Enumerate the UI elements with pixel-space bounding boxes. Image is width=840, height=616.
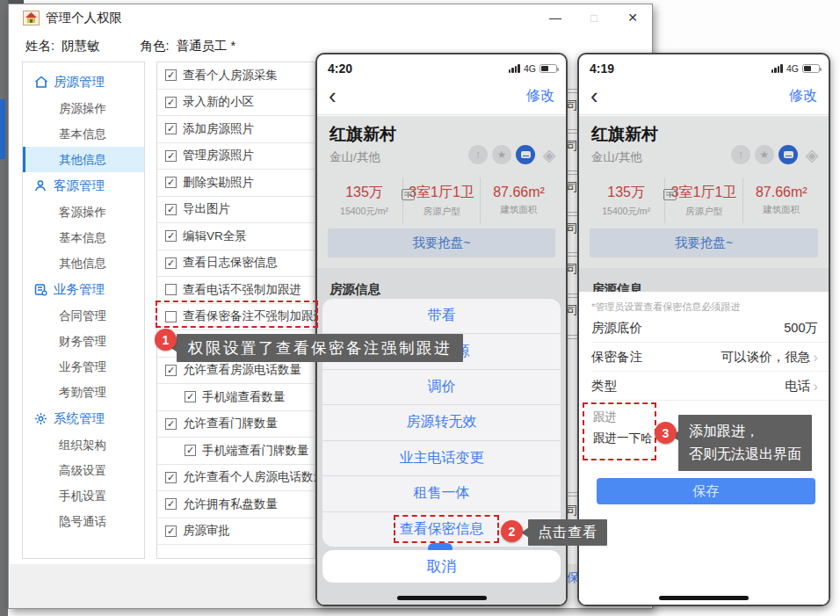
permission-row[interactable]: 查看电话不强制加跟进 [157,277,315,304]
permission-row[interactable]: ✓录入新的小区 [157,90,315,117]
permission-label: 导出图片 [183,201,230,217]
checkbox-checked[interactable]: ✓ [165,525,177,537]
checkbox-checked[interactable]: ✓ [165,150,177,162]
checkbox-checked[interactable]: ✓ [165,204,177,215]
sidebar-item[interactable]: 客源操作 [23,199,144,225]
permission-row[interactable]: ✓允许查看个人房源电话数量 [157,465,315,492]
sidebar-item[interactable]: 合同管理 [23,303,144,329]
back-icon[interactable]: ‹ [590,82,598,110]
permission-row[interactable]: ✓编辑VR全景 [157,223,315,250]
minimize-button[interactable]: — [536,4,575,31]
permission-row[interactable]: ✓添加房源照片 [157,116,315,143]
close-button[interactable]: ✕ [613,4,652,31]
permission-row[interactable]: ✓查看个人房源采集 [157,62,315,90]
back-icon[interactable]: ‹ [329,82,337,110]
network-label: 4G [786,63,799,74]
permission-label: 允许查看门牌数量 [183,416,278,431]
permission-row[interactable]: ✓允许拥有私盘数量 [157,491,315,518]
sidebar-item[interactable]: 高级设置 [23,458,144,483]
edit-link[interactable]: 修改 [789,87,817,105]
checkbox-checked[interactable]: ✓ [165,365,177,376]
sidebar-group-1[interactable]: 房源管理 [23,69,144,96]
checkbox-checked[interactable]: ✓ [165,69,177,81]
highlight-box-permission [156,301,318,328]
status-bar: 4:19 4G [590,60,820,77]
field-label: 房源底价 [591,320,642,337]
scope-cell-edge [567,492,577,496]
screen: 管理个人权限 — □ ✕ 姓名: 阴慧敏 角色: 普通员工 * 房源管理房源操作… [0,0,840,616]
scope-cell-edge [567,170,577,175]
action-sheet-item[interactable]: 租售一体 [322,475,561,511]
permission-label: 查看个人房源采集 [183,68,278,83]
detail-field-row[interactable]: 房源底价500万 [591,315,829,343]
checkbox-checked[interactable]: ✓ [185,391,196,402]
sidebar-item[interactable]: 其他信息 [23,250,144,276]
sidebar-group-label: 系统管理 [54,410,105,427]
sidebar-group-label: 房源管理 [54,74,105,91]
sidebar: 房源管理房源操作基本信息其他信息客源管理客源操作基本信息其他信息业务管理合同管理… [22,62,145,559]
checkbox-checked[interactable]: ✓ [165,123,177,134]
permission-label: 手机端查看数量 [202,389,286,405]
checkbox-unchecked[interactable] [165,284,177,295]
sidebar-item[interactable]: 组织架构 [23,432,144,458]
checkbox-checked[interactable]: ✓ [165,257,177,269]
sidebar-item[interactable]: 隐号通话 [23,509,144,534]
permission-row[interactable]: ✓删除实勘照片 [157,170,315,197]
status-bar: 4:20 4G [328,60,557,77]
permission-row[interactable]: ✓导出图片 [157,197,315,224]
scope-cell-edge [567,212,577,216]
maximize-button[interactable]: □ [575,4,613,31]
permission-row[interactable]: ✓查看日志保密信息 [157,250,315,278]
scope-cell-edge [567,89,577,93]
tooltip-step-1: 权限设置了查看保密备注强制跟进 [177,334,463,362]
checkbox-checked[interactable]: ✓ [165,97,177,108]
highlight-box-followup [583,402,656,460]
checkbox-checked[interactable]: ✓ [165,472,177,483]
permission-label: 允许查看个人房源电话数量 [183,469,325,485]
cancel-button[interactable]: 取消 [322,550,561,583]
detail-field-row[interactable]: 保密备注可以谈价，很急› [591,344,829,372]
field-value: 500万 [784,320,818,337]
phone-screenshot-secret-form: 4:19 4G ‹ 修改 红旗新村 金山/其他 ↑ ★ ◈ 135万15400元… [577,53,830,606]
action-sheet-item[interactable]: 房源转无效 [322,404,561,439]
tooltip-step-3: 添加跟进， 否则无法退出界面 [678,415,812,471]
action-sheet-item[interactable]: 带看 [322,299,561,333]
permission-row[interactable]: ✓手机端查看门牌数量 [157,438,315,465]
permission-row[interactable]: ✓允许查看门牌数量 [157,411,315,438]
checkbox-checked[interactable]: ✓ [185,445,196,456]
sidebar-item[interactable]: 考勤管理 [23,380,144,405]
window-controls: — □ ✕ [536,4,652,31]
sidebar-group-4[interactable]: 系统管理 [23,405,144,432]
sidebar-group-3[interactable]: 业务管理 [23,276,144,303]
scope-cell-edge [567,335,577,339]
edit-link[interactable]: 修改 [526,87,554,105]
sidebar-item[interactable]: 财务管理 [23,329,144,354]
home-indicator [659,596,749,600]
permission-row[interactable]: ✓手机端查看数量 [157,384,315,411]
detail-field-row[interactable]: 类型电话› [591,373,829,401]
step-badge-1: 1 [155,329,177,351]
permission-label: 添加房源照片 [183,121,254,137]
permission-row[interactable]: ✓管理房源照片 [157,143,315,170]
sidebar-item[interactable]: 房源操作 [23,96,144,121]
permission-row[interactable]: ✓房源审批 [157,518,315,546]
checkbox-checked[interactable]: ✓ [165,230,177,242]
sidebar-group-2[interactable]: 客源管理 [23,172,144,199]
sidebar-item[interactable]: 业务管理 [23,354,144,380]
business-icon [34,283,49,297]
save-button[interactable]: 保存 [597,478,815,504]
checkbox-checked[interactable]: ✓ [165,418,177,430]
action-sheet-item[interactable]: 调价 [322,369,561,404]
sidebar-item[interactable]: 其他信息 [23,147,144,172]
permission-label: 手机端查看门牌数量 [202,443,309,459]
chevron-right-icon: › [813,350,818,365]
permission-label: 查看电话不强制加跟进 [183,282,301,298]
sidebar-item[interactable]: 手机设置 [23,483,144,509]
action-sheet-item[interactable]: 业主电话变更 [322,440,561,475]
sidebar-item[interactable]: 基本信息 [23,225,144,250]
checkbox-checked[interactable]: ✓ [165,177,177,188]
step-badge-2: 2 [501,520,523,542]
checkbox-checked[interactable]: ✓ [165,498,177,510]
clock: 4:19 [590,62,614,76]
sidebar-item[interactable]: 基本信息 [23,121,144,147]
